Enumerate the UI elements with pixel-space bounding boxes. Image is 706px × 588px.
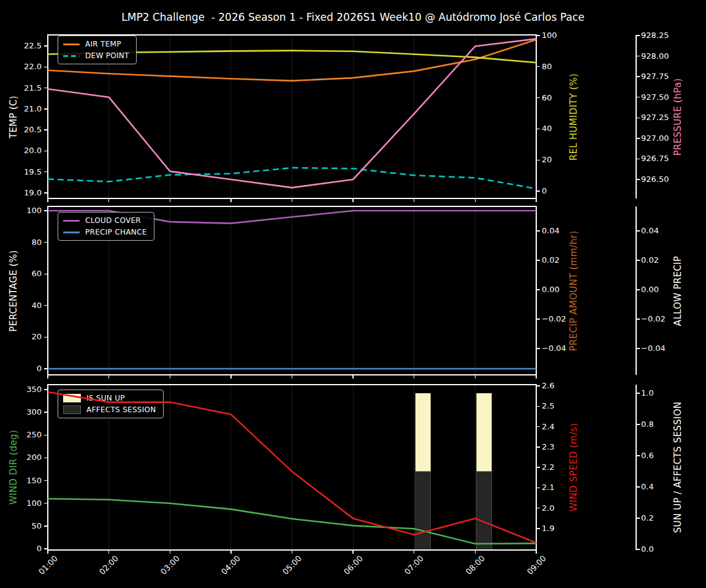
legend-item-air-temp: AIR TEMP <box>63 40 129 48</box>
panel3-svg <box>0 385 706 562</box>
legend-label: CLOUD COVER <box>85 216 141 225</box>
axis-label-precip-amount-mm-hr-: PRECIP AMOUNT (mm/hr) <box>567 199 580 383</box>
legend-item-cloud-cover: CLOUD COVER <box>63 216 147 225</box>
legend-item-precip-chance: PRECIP CHANCE <box>63 228 147 236</box>
axis-label-percentage-: PERCENTAGE (%) <box>7 199 20 383</box>
legend-line-swatch <box>63 232 80 233</box>
chart-title: LMP2 Challenge - 2026 Season 1 - Fixed 2… <box>0 11 706 23</box>
axis-label-allow-precip: ALLOW PRECIP <box>671 199 685 383</box>
legend-label: PRECIP CHANCE <box>85 228 147 236</box>
axis-label-wind-speed-m-s-: WIND SPEED (m/s) <box>567 375 580 559</box>
panel1-legend: AIR TEMPDEW POINT <box>58 36 137 64</box>
gridlines <box>48 385 536 550</box>
figure: LMP2 Challenge - 2026 Season 1 - Fixed 2… <box>0 0 706 588</box>
legend-line-swatch <box>63 55 80 57</box>
axis-label-pressure-hpa-: PRESSURE (hPa) <box>671 25 685 209</box>
legend-line-swatch <box>63 43 80 45</box>
legend-label: DEW POINT <box>85 51 129 60</box>
axis-label-rel-humidity-: REL HUMIDITY (%) <box>567 25 580 209</box>
axis-label-temp-c-: TEMP (C) <box>7 25 20 209</box>
panel2-legend: CLOUD COVERPRECIP CHANCE <box>58 212 154 241</box>
axis-label-wind-dir-deg-: WIND DIR (deg) <box>7 375 20 559</box>
axis-label-sun-up-affects-session: SUN UP / AFFECTS SESSION <box>671 375 685 559</box>
legend-item-dew-point: DEW POINT <box>63 51 129 60</box>
legend-label: AIR TEMP <box>85 40 121 48</box>
legend-line-swatch <box>63 220 80 222</box>
